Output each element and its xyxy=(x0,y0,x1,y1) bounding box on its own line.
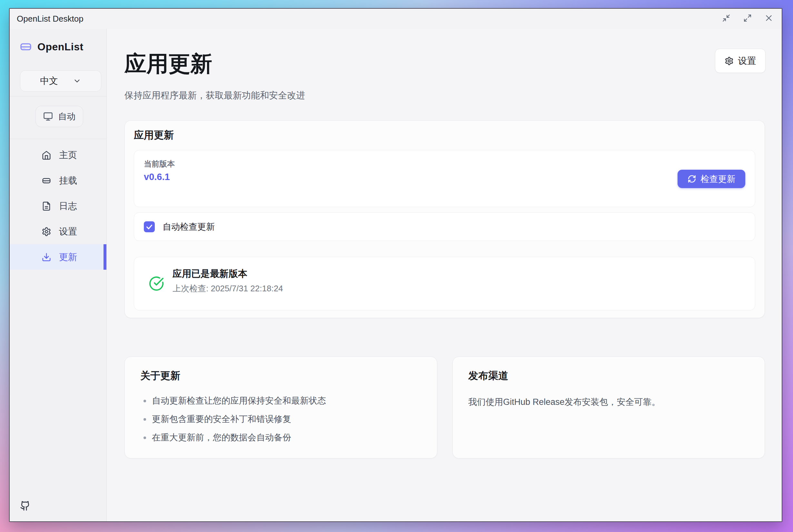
theme-auto-button[interactable]: 自动 xyxy=(36,106,83,127)
release-card-title: 发布渠道 xyxy=(468,369,508,383)
file-text-icon xyxy=(42,201,51,211)
list-item: 更新包含重要的安全补丁和错误修复 xyxy=(140,410,326,429)
gear-icon xyxy=(42,227,51,236)
list-item: 自动更新检查让您的应用保持安全和最新状态 xyxy=(140,392,326,410)
auto-check-checkbox[interactable] xyxy=(144,221,155,232)
check-update-button[interactable]: 检查更新 xyxy=(678,170,745,188)
main-content: 应用更新 保持应用程序最新，获取最新功能和安全改进 设置 应用更新 当前版本 v… xyxy=(107,29,782,521)
home-icon xyxy=(42,150,51,160)
window-title: OpenList Desktop xyxy=(17,14,83,24)
settings-button[interactable]: 设置 xyxy=(715,49,766,73)
auto-check-label: 自动检查更新 xyxy=(162,221,215,233)
sidebar-nav: 主页 挂载 日志 设置 xyxy=(10,142,107,270)
auto-check-row: 自动检查更新 xyxy=(134,212,755,241)
github-icon xyxy=(20,507,30,512)
release-channel-card: 发布渠道 我们使用GitHub Release发布安装包，安全可靠。 xyxy=(452,357,765,458)
update-card: 应用更新 当前版本 v0.6.1 检查更新 自动检查更新 xyxy=(124,120,765,318)
window-controls xyxy=(722,9,773,29)
sidebar-item-update[interactable]: 更新 xyxy=(10,244,107,270)
title-bar: OpenList Desktop xyxy=(10,9,782,29)
current-version-box: 当前版本 v0.6.1 检查更新 xyxy=(134,150,755,207)
page-subtitle: 保持应用程序最新，获取最新功能和安全改进 xyxy=(124,89,305,102)
sidebar-item-mount[interactable]: 挂载 xyxy=(10,168,107,193)
about-bullet-list: 自动更新检查让您的应用保持安全和最新状态 更新包含重要的安全补丁和错误修复 在重… xyxy=(140,392,326,447)
sidebar-divider xyxy=(10,139,107,139)
update-card-title: 应用更新 xyxy=(134,128,174,142)
app-window: OpenList Desktop xyxy=(9,8,782,522)
sidebar-item-label: 挂载 xyxy=(59,174,77,187)
about-updates-card: 关于更新 自动更新检查让您的应用保持安全和最新状态 更新包含重要的安全补丁和错误… xyxy=(124,357,437,458)
close-button[interactable] xyxy=(764,14,773,23)
release-card-text: 我们使用GitHub Release发布安装包，安全可靠。 xyxy=(468,395,660,409)
sidebar-item-label: 更新 xyxy=(59,251,77,263)
sidebar-item-label: 设置 xyxy=(59,226,77,238)
minimize-button[interactable] xyxy=(722,14,731,23)
check-circle-icon xyxy=(149,276,164,291)
settings-button-label: 设置 xyxy=(738,55,756,67)
gear-icon xyxy=(724,56,734,65)
chevron-down-icon xyxy=(73,77,81,85)
github-link[interactable] xyxy=(20,501,30,511)
status-title: 应用已是最新版本 xyxy=(173,267,247,280)
status-last-checked: 上次检查: 2025/7/31 22:18:24 xyxy=(173,283,283,294)
sidebar-divider xyxy=(10,96,107,96)
list-item: 在重大更新前，您的数据会自动备份 xyxy=(140,429,326,447)
sidebar-item-label: 主页 xyxy=(59,149,77,161)
minimize-icon xyxy=(722,14,731,23)
current-version-label: 当前版本 xyxy=(144,159,175,169)
sidebar-item-settings[interactable]: 设置 xyxy=(10,219,107,244)
hard-drive-icon xyxy=(42,176,51,186)
maximize-icon xyxy=(743,14,752,23)
sidebar-item-home[interactable]: 主页 xyxy=(10,142,107,168)
app-logo: OpenList xyxy=(19,38,83,56)
check-update-label: 检查更新 xyxy=(701,173,736,185)
desktop-background: { "window": { "title": "OpenList Desktop… xyxy=(0,0,793,532)
language-value: 中文 xyxy=(40,75,58,87)
sidebar-item-label: 日志 xyxy=(59,200,77,212)
sidebar: OpenList 中文 自动 主页 xyxy=(10,29,107,521)
current-version-value: v0.6.1 xyxy=(144,172,170,182)
monitor-icon xyxy=(43,112,53,121)
sidebar-item-logs[interactable]: 日志 xyxy=(10,193,107,219)
close-icon xyxy=(765,14,773,23)
hard-drive-icon xyxy=(19,40,32,53)
download-icon xyxy=(42,252,51,262)
update-status-box: 应用已是最新版本 上次检查: 2025/7/31 22:18:24 xyxy=(134,257,755,310)
language-selector[interactable]: 中文 xyxy=(20,70,101,92)
maximize-button[interactable] xyxy=(743,14,752,23)
about-card-title: 关于更新 xyxy=(140,369,180,383)
theme-auto-label: 自动 xyxy=(58,111,75,122)
refresh-icon xyxy=(688,174,696,183)
page-title: 应用更新 xyxy=(124,49,212,79)
logo-text: OpenList xyxy=(37,41,83,53)
